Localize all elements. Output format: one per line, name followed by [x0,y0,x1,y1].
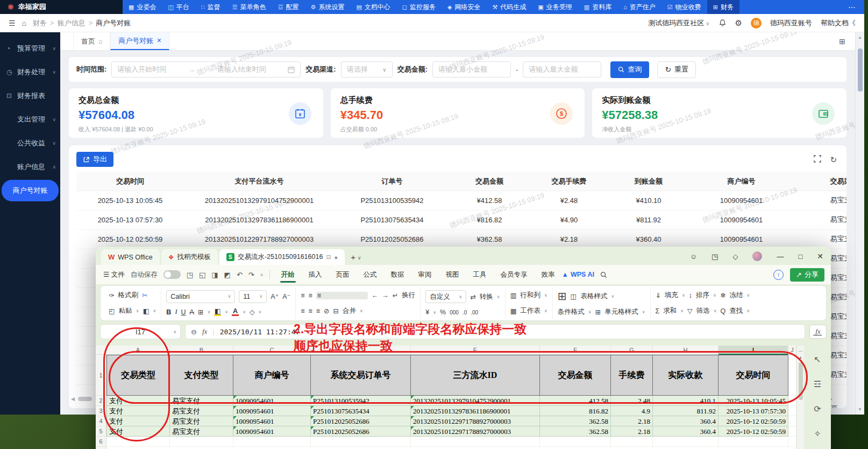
sheet-cell[interactable]: 811.92 [653,406,718,416]
number-format-select[interactable]: 自定义∨ [425,290,466,303]
tab-layout-icon[interactable]: ⊞ [839,37,845,46]
autosave-toggle[interactable] [163,270,181,279]
sheet-header-cell[interactable]: 手续费 [611,355,653,396]
topnav-item-committee[interactable]: ▦业委会 [123,0,162,14]
sheet-cell[interactable]: 816.82 [540,406,611,416]
wps-ai-robot-icon[interactable]: ☺ [690,252,697,261]
sheet-data-row[interactable]: 3支付易宝支付10090954601P251013075635434201320… [96,406,796,416]
sheet-cell[interactable]: P251013075635434 [311,406,411,416]
maximize-icon[interactable]: □ [798,252,802,261]
row-number[interactable]: 6 [96,437,106,447]
sheet-cell[interactable]: 2025-10-13 07:57:30 [718,406,788,416]
align-top-icon[interactable]: ≡ [301,292,304,299]
share-button[interactable]: ↗分享 [790,268,824,282]
output-icon[interactable]: ◱ [199,271,205,279]
wps-menu-tab-页面[interactable]: 页面 [335,266,351,284]
topnav-item-library[interactable]: ▥资料库 [578,0,617,14]
sheet-cell[interactable]: 2013202510122971788927000003 [411,416,540,426]
sum-icon[interactable]: Σ [656,307,660,315]
sheet-header-cell[interactable]: 交易类型 [106,355,170,396]
convert-icon[interactable]: ⇄ [470,293,475,301]
decrease-decimal-icon[interactable]: .0 [463,310,467,315]
sheet-cell[interactable]: 2013202510132979104752900001 [411,396,540,406]
file-menu[interactable]: ☰ 文件 [103,270,125,279]
sheet-cell[interactable]: 易宝支付 [170,396,233,406]
row-number[interactable]: 3 [96,406,106,416]
refresh-icon[interactable]: ↻ [830,155,837,165]
sheet-cell[interactable] [718,447,788,449]
formula-bar[interactable]: ⊖ fx | 2025/10/11 11:27:47 [185,324,805,339]
row-number[interactable]: 2 [96,396,106,406]
increase-font-icon[interactable]: A⁺ [271,292,279,300]
undo-icon[interactable]: ↶ [237,271,243,279]
fullscreen-icon[interactable] [814,155,821,165]
minimize-icon[interactable]: — [777,252,784,261]
min-amount-input[interactable]: 请输入最小金额 [432,61,511,78]
max-amount-input[interactable]: 请输入最大金额 [523,61,601,78]
paste-icon[interactable]: ◰ [109,307,115,315]
cell-name-box[interactable]: I17∨ [100,324,181,339]
sheet-cell[interactable]: 412.58 [540,396,611,406]
align-center-icon[interactable]: ≡ [309,307,312,315]
scroll-thumb[interactable] [858,48,863,92]
sheet-data-row[interactable]: 2支付易宝支付10090954601P251013100535942201320… [96,396,796,406]
sheet-cell[interactable] [653,447,718,449]
redo-icon[interactable]: ↷ [248,271,254,279]
row-number[interactable]: 7 [96,447,106,449]
sheet-cell[interactable]: 10090954601 [233,406,311,416]
wps-menu-tab-效率[interactable]: 效率 [540,266,556,284]
wps-menu-tab-插入[interactable]: 插入 [308,266,323,284]
topnav-item-monitor[interactable]: ◻监控服务 [396,0,442,14]
column-letter-E[interactable]: E [411,346,540,355]
sheet-header-cell[interactable]: 系统交易订单号 [311,355,411,396]
sheet-cell[interactable]: 易宝支付 [170,416,233,426]
merge-cells-icon[interactable]: ⊟ [333,307,339,315]
column-letter-F[interactable]: F [540,346,611,355]
sheet-cell[interactable]: 2.18 [611,416,653,426]
window-layers-icon[interactable]: ◳ [712,252,718,261]
format-painter-icon[interactable]: ✑ [109,291,114,299]
sidebar-item-账户信息[interactable]: 账户信息∧ [0,155,60,179]
rows-cols-icon[interactable]: ▥ [510,291,517,299]
sheet-cell[interactable]: 10090954601 [233,416,311,426]
wps-account-avatar[interactable] [752,251,762,261]
decrease-font-icon[interactable]: A⁻ [282,292,290,300]
strikethrough-icon[interactable]: A [190,308,194,316]
collapse-toolbar-icon[interactable]: — [813,330,822,340]
sheet-cell[interactable]: 2.18 [611,426,653,437]
tab-close-icon[interactable]: ✕ [156,37,161,44]
search-button[interactable]: 查询 [610,61,649,78]
sort-icon[interactable]: ↕ [689,292,692,299]
underline-icon[interactable]: U [181,308,186,316]
sheet-cell[interactable] [311,447,411,449]
topnav-item-property-fee[interactable]: ☑物业收费 [661,0,707,14]
find-icon[interactable]: Q [721,307,726,315]
bold-icon[interactable]: B [166,308,171,316]
topnav-item-asset[interactable]: ⌂资产住户 [617,0,661,14]
reset-button[interactable]: ↻重置 [657,61,696,78]
font-color-icon[interactable]: A [232,308,239,316]
page-scrollbar[interactable]: ▲ ▼ [855,32,864,415]
sheet-cell[interactable]: P251012025052686 [311,416,411,426]
sheet-cell[interactable] [411,447,540,449]
home-icon[interactable]: ⌂ [22,19,26,27]
sheet-cell[interactable] [170,447,233,449]
table-row[interactable]: 2025-10-12 02:50:59201320251012297178892… [76,229,846,249]
topnav-item-settings[interactable]: ⚙系统设置 [305,0,351,14]
topnav-item-supervision[interactable]: ∷监督 [195,0,226,14]
eraser-icon[interactable]: ◇ [250,308,255,316]
sheet-cell[interactable]: 2013202510122971788927000003 [411,426,540,437]
sheet-cell[interactable] [170,437,233,447]
percent-icon[interactable]: % [440,308,446,316]
align-left-icon[interactable]: ≡ [301,307,304,315]
preview-icon[interactable]: ◩ [224,271,231,279]
fill-color-icon[interactable]: ◧ [214,308,221,316]
gear-icon[interactable]: ⚙ [735,18,742,28]
avatar[interactable]: 德 [751,18,762,29]
scroll-down-icon[interactable]: ▼ [856,407,864,412]
sheet-cell[interactable]: 2.48 [611,396,653,406]
column-letter-I[interactable]: I [718,346,788,355]
new-tab-icon[interactable]: + [351,252,355,262]
italic-icon[interactable]: I [175,308,177,316]
tab-merchant-reconciliation[interactable]: 商户号对账✕ [110,32,169,50]
